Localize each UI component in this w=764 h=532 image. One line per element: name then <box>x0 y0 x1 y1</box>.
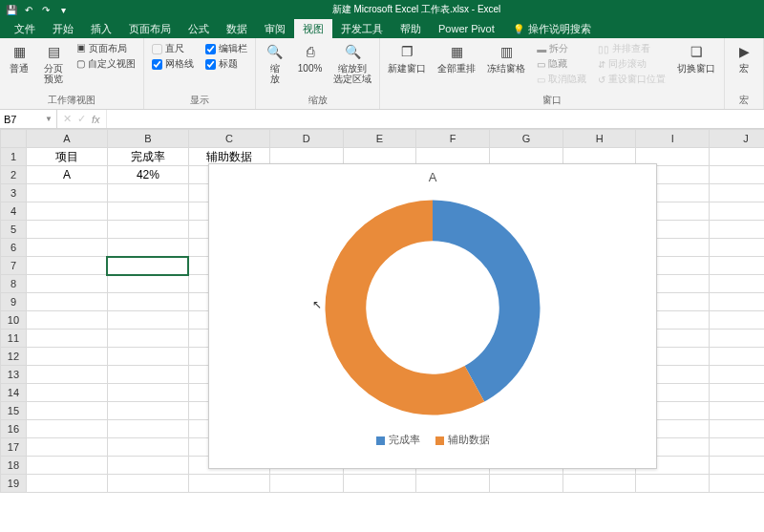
row-header[interactable]: 11 <box>1 330 27 348</box>
cell[interactable] <box>26 402 107 420</box>
cell[interactable] <box>26 202 107 221</box>
redo-icon[interactable]: ↷ <box>40 5 52 15</box>
chart-object[interactable]: A 完成率 辅助数据 ↖ <box>208 163 657 469</box>
cell[interactable] <box>107 311 188 330</box>
cell[interactable] <box>710 438 764 457</box>
qat-more-icon[interactable]: ▾ <box>57 5 69 15</box>
pagelayout-view-button[interactable]: ▣ 页面布局 <box>76 42 136 55</box>
cell[interactable] <box>26 239 107 257</box>
cell[interactable] <box>107 239 188 257</box>
cell[interactable] <box>107 275 188 293</box>
cell[interactable]: 完成率 <box>107 148 188 166</box>
cell[interactable] <box>710 275 764 293</box>
legend-item[interactable]: 完成率 <box>376 433 420 447</box>
cell[interactable] <box>710 148 764 166</box>
arrange-all-button[interactable]: ▦全部重排 <box>434 40 479 75</box>
cell[interactable] <box>416 475 490 493</box>
macros-button[interactable]: ▶宏 <box>729 40 759 75</box>
cell[interactable] <box>636 475 710 493</box>
tab-help[interactable]: 帮助 <box>392 19 430 39</box>
cell[interactable] <box>343 475 416 493</box>
cell[interactable]: 项目 <box>26 148 107 166</box>
row-header[interactable]: 1 <box>1 148 27 166</box>
cell[interactable] <box>562 475 636 493</box>
row-header[interactable]: 17 <box>1 438 27 457</box>
tab-pagelayout[interactable]: 页面布局 <box>120 19 180 39</box>
row-header[interactable]: 13 <box>1 366 27 384</box>
cell[interactable] <box>26 475 107 493</box>
tab-data[interactable]: 数据 <box>218 19 256 39</box>
cell[interactable] <box>107 402 188 420</box>
worksheet[interactable]: A B C D E F G H I J 1项目完成率辅助数据2A42%58%34… <box>0 129 764 532</box>
cell[interactable] <box>710 257 764 275</box>
cell[interactable] <box>26 275 107 293</box>
tab-review[interactable]: 审阅 <box>256 19 294 39</box>
cell[interactable] <box>490 475 563 493</box>
tab-developer[interactable]: 开发工具 <box>332 19 392 39</box>
cell[interactable] <box>107 420 188 438</box>
col-header[interactable]: E <box>343 130 416 148</box>
cell[interactable] <box>710 239 764 257</box>
cell[interactable] <box>26 384 107 402</box>
cell[interactable] <box>710 330 764 348</box>
tab-insert[interactable]: 插入 <box>82 19 120 39</box>
row-header[interactable]: 14 <box>1 384 27 402</box>
row-header[interactable]: 8 <box>1 275 27 293</box>
cell[interactable] <box>710 366 764 384</box>
cell[interactable] <box>107 366 188 384</box>
cell[interactable] <box>107 257 188 275</box>
tab-file[interactable]: 文件 <box>6 19 44 39</box>
row-header[interactable]: 16 <box>1 420 27 438</box>
formula-input[interactable] <box>107 110 764 128</box>
cell[interactable] <box>710 184 764 202</box>
cell[interactable] <box>107 457 188 475</box>
split-button[interactable]: ▬拆分 <box>537 42 586 55</box>
row-header[interactable]: 12 <box>1 348 27 366</box>
cell[interactable] <box>26 420 107 438</box>
tab-formulas[interactable]: 公式 <box>180 19 218 39</box>
sync-scroll-button[interactable]: ⇵同步滚动 <box>598 57 666 71</box>
fx-icon[interactable]: fx <box>92 114 100 125</box>
row-header[interactable]: 10 <box>1 311 27 330</box>
row-header[interactable]: 15 <box>1 402 27 420</box>
tab-home[interactable]: 开始 <box>44 19 82 39</box>
cell[interactable] <box>107 438 188 457</box>
cell[interactable] <box>26 457 107 475</box>
chart-legend[interactable]: 完成率 辅助数据 <box>209 427 656 453</box>
row-header[interactable]: 7 <box>1 257 27 275</box>
row-header[interactable]: 9 <box>1 293 27 311</box>
formulabar-checkbox[interactable]: 编辑栏 <box>205 42 247 55</box>
side-by-side-button[interactable]: ▯▯并排查看 <box>598 42 666 55</box>
cell[interactable] <box>710 402 764 420</box>
hide-button[interactable]: ▭隐藏 <box>537 57 586 71</box>
col-header[interactable]: D <box>269 130 343 148</box>
custom-views-button[interactable]: ▢ 自定义视图 <box>76 57 136 71</box>
cell[interactable] <box>107 221 188 239</box>
name-box[interactable]: B7 ▼ <box>0 110 57 128</box>
cell[interactable] <box>710 475 764 493</box>
row-header[interactable]: 6 <box>1 239 27 257</box>
row-header[interactable]: 4 <box>1 202 27 221</box>
cell[interactable] <box>710 221 764 239</box>
cell[interactable] <box>107 348 188 366</box>
cell[interactable] <box>269 475 343 493</box>
cell[interactable]: 42% <box>107 166 188 184</box>
cell[interactable] <box>26 311 107 330</box>
cell[interactable] <box>188 475 269 493</box>
col-header[interactable]: J <box>710 130 764 148</box>
cell[interactable] <box>107 384 188 402</box>
enter-icon[interactable]: ✓ <box>77 113 86 125</box>
headings-checkbox[interactable]: 标题 <box>205 57 247 71</box>
cell[interactable] <box>710 420 764 438</box>
cell[interactable] <box>710 202 764 221</box>
select-all-corner[interactable] <box>1 130 27 148</box>
row-header[interactable]: 19 <box>1 475 27 493</box>
save-icon[interactable]: 💾 <box>6 5 17 15</box>
name-box-dropdown-icon[interactable]: ▼ <box>45 115 53 123</box>
chart-title[interactable]: A <box>209 164 656 184</box>
ruler-checkbox[interactable]: 直尺 <box>152 42 194 55</box>
pagebreak-preview-button[interactable]: ▤ 分页 预览 <box>38 40 69 86</box>
tell-me-search[interactable]: 💡 操作说明搜索 <box>503 22 591 36</box>
cell[interactable] <box>107 202 188 221</box>
new-window-button[interactable]: ❐新建窗口 <box>384 40 430 75</box>
